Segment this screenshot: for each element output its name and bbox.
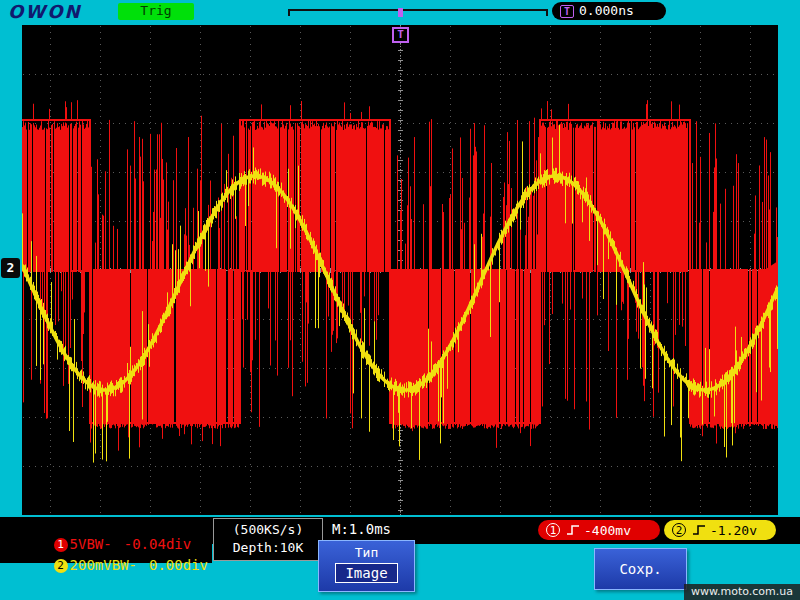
trigger-level-arrow-icon[interactable]	[766, 261, 778, 277]
channel-info-block: 15VBW--0.04div 2200mVBW-0.00div	[0, 517, 212, 563]
memory-window-bar	[288, 9, 548, 17]
memory-bar-tick-left	[288, 9, 290, 16]
channel2-readout: 2200mVBW-0.00div	[3, 541, 208, 589]
oscilloscope-ui: OWON Trig T0.000ns T 2 15VBW--0.04div 22…	[0, 0, 800, 600]
channel2-scale: 200mVBW-	[70, 557, 137, 573]
channel2-number-badge: 2	[54, 559, 68, 573]
memory-depth: Depth:10K	[214, 539, 322, 557]
memory-trigger-tick	[398, 8, 403, 17]
sample-rate: (500KS/s)	[214, 521, 322, 539]
menu-type-label: Тип	[319, 545, 414, 560]
ch2-trigger-level-value: -1.20v	[710, 523, 757, 538]
acquisition-box: (500KS/s) Depth:10K	[213, 518, 323, 561]
memory-bar-tick-right	[546, 9, 548, 16]
timebase-readout: M:1.0ms	[332, 521, 391, 537]
trigger-status-badge: Trig	[118, 3, 194, 20]
trigger-t-icon: T	[560, 5, 574, 18]
owon-logo: OWON	[8, 1, 82, 22]
ch2-trigger-level-badge: 2 -1.20v	[664, 520, 776, 540]
ch1-trigger-level-badge: 1 -400mv	[538, 520, 660, 540]
menu-popup: Тип Image	[318, 540, 415, 592]
rising-edge-icon	[566, 524, 580, 536]
waveform-display: T	[22, 25, 778, 515]
trigger-time-badge: T0.000ns	[552, 2, 666, 20]
ch2-trigger-number-badge: 2	[672, 523, 686, 537]
menu-selected-value[interactable]: Image	[335, 563, 397, 583]
rising-edge-icon	[692, 524, 706, 536]
trigger-position-marker[interactable]: T	[392, 27, 409, 43]
channel2-position-marker[interactable]: 2	[1, 258, 20, 278]
waveform-canvas	[22, 25, 778, 515]
save-button[interactable]: Сохр.	[594, 548, 687, 590]
channel2-offset: 0.00div	[149, 557, 208, 573]
ch1-trigger-level-value: -400mv	[584, 523, 631, 538]
ch1-trigger-number-badge: 1	[546, 523, 560, 537]
trigger-time-value: 0.000ns	[579, 3, 634, 18]
watermark: www.moto.com.ua	[684, 584, 800, 600]
